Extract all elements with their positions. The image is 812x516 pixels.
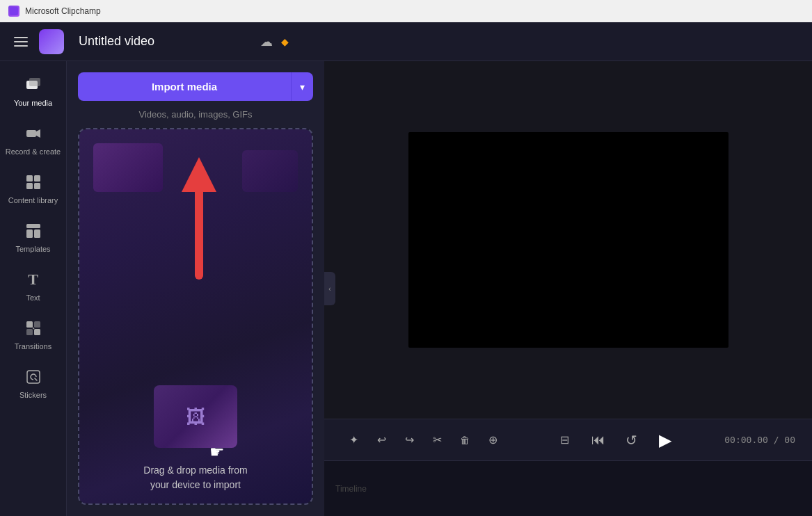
edit-toolbar: ✦ ↩ ↪ ✂ 🗑 ⊕ [341,428,505,453]
sidebar-item-transitions[interactable]: Transitions [0,310,67,359]
sidebar-item-text[interactable]: T Text [0,261,67,310]
replay-icon: ↺ [626,432,637,449]
sidebar-label-templates: Templates [15,245,50,253]
transitions-icon [24,319,43,338]
sidebar-item-templates[interactable]: Templates [0,213,67,261]
skip-back-icon: ⏮ [591,432,605,448]
cut-icon: ✂ [433,433,442,446]
svg-line-16 [33,328,34,329]
play-button[interactable]: ▶ [651,426,679,454]
undo-icon: ↩ [377,433,386,446]
app-icon [8,6,19,17]
app-container: ☁ ◆ Your media [0,22,812,516]
redo-icon: ↪ [405,433,414,446]
panel-collapse-button[interactable]: ‹ [324,272,335,305]
svg-rect-2 [29,78,40,86]
sidebar-label-transitions: Transitions [15,342,51,350]
sidebar-label-text: Text [26,293,40,302]
video-preview [408,132,729,348]
project-icon [39,29,64,54]
content-area: Your media Record & create [0,61,812,516]
drop-zone-text: Drag & drop media from your device to im… [143,458,247,492]
svg-rect-8 [34,183,40,189]
titlebar: Microsoft Clipchamp [0,0,812,22]
svg-rect-9 [26,224,40,228]
cursor-hand-icon: ☛ [209,442,225,462]
redo-button[interactable]: ↪ [397,428,422,453]
svg-rect-6 [34,175,40,182]
svg-rect-17 [27,371,40,383]
project-title-input[interactable] [72,31,246,52]
sidebar-label-content-library: Content library [8,196,58,204]
time-display-area: 00:00.00 / 00 [724,435,795,445]
save-button[interactable]: ☁ [255,31,278,52]
topbar: ☁ ◆ [0,22,812,61]
sidebar: Your media Record & create [0,61,67,516]
preview-viewport [324,61,812,419]
app-title-label: Microsoft Clipchamp [25,6,101,16]
svg-rect-15 [34,329,40,335]
undo-button[interactable]: ↩ [369,428,394,453]
sidebar-item-stickers[interactable]: Stickers [0,359,67,408]
premium-badge-icon: ◆ [281,36,289,47]
drop-zone[interactable]: 🖼 ☛ Drag & drop media from your device t… [78,128,313,505]
text-icon: T [24,270,43,289]
timeline[interactable]: Timeline [324,460,812,516]
play-icon: ▶ [659,430,671,450]
svg-marker-4 [36,129,40,138]
stickers-icon [24,367,43,387]
magic-tool-button[interactable]: ✦ [341,428,366,453]
sidebar-item-your-media[interactable]: Your media [0,67,67,115]
media-types-label: Videos, audio, images, GIFs [78,109,313,120]
delete-button[interactable]: 🗑 [452,428,477,453]
templates-icon [24,221,43,241]
menu-button[interactable] [11,34,31,49]
sidebar-label-your-media: Your media [14,99,52,107]
time-display: 00:00.00 / 00 [724,435,795,445]
your-media-icon [24,75,43,95]
closed-captions-button[interactable]: ⊟ [551,426,579,454]
svg-rect-5 [26,175,33,182]
sidebar-item-content-library[interactable]: Content library [0,164,67,213]
skip-back-button[interactable]: ⏮ [584,426,612,454]
cloud-icon: ☁ [260,34,273,49]
sidebar-label-stickers: Stickers [19,391,47,399]
magic-icon: ✦ [349,433,358,446]
svg-rect-3 [26,130,36,137]
svg-rect-14 [26,329,33,335]
import-dropdown-button[interactable]: ▾ [291,72,313,101]
sidebar-label-record-create: Record & create [6,147,61,156]
content-library-icon [24,172,43,192]
svg-rect-12 [26,321,33,328]
svg-rect-10 [26,229,33,238]
timeline-empty-label: Timeline [335,484,367,494]
drop-text-line1: Drag & drop media from [143,465,247,476]
media-panel: Import media ▾ Videos, audio, images, GI… [67,61,324,516]
import-media-button[interactable]: Import media [78,72,291,101]
playback-controls: ✦ ↩ ↪ ✂ 🗑 ⊕ [324,419,812,460]
drop-thumbnail: 🖼 [154,385,237,448]
image-icon: 🖼 [186,405,205,428]
delete-icon: 🗑 [460,435,470,446]
record-create-icon [24,124,43,143]
split-icon: ⊕ [488,433,497,446]
svg-rect-13 [34,321,40,328]
drop-text-line2: your device to import [150,479,241,490]
svg-rect-7 [26,183,33,189]
import-button-row: Import media ▾ [78,72,313,101]
svg-rect-0 [10,7,18,15]
split-button[interactable]: ⊕ [480,428,505,453]
cut-button[interactable]: ✂ [424,428,449,453]
preview-area: ✦ ↩ ↪ ✂ 🗑 ⊕ [324,61,812,516]
replay-button[interactable]: ↺ [618,426,646,454]
svg-rect-11 [34,229,40,238]
sidebar-item-record-create[interactable]: Record & create [0,115,67,164]
closed-captions-icon: ⊟ [560,433,569,446]
playback-toolbar: ⊟ ⏮ ↺ ▶ [551,426,679,454]
